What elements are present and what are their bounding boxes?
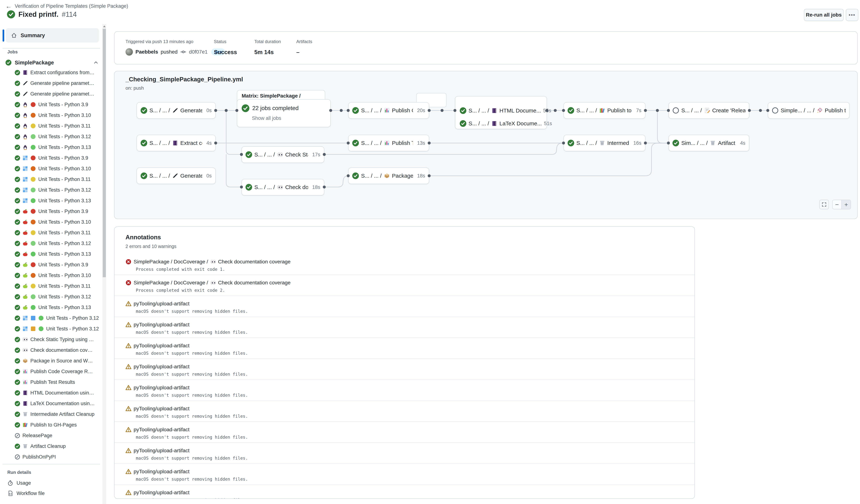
sidebar-job-item[interactable]: ReleasePage	[0, 430, 102, 441]
graph-node-package[interactable]: S... / ... /Package in Sou...18s	[348, 168, 429, 184]
check-icon	[460, 120, 467, 127]
sidebar-job-item[interactable]: Publish Test Results	[0, 377, 102, 388]
sidebar-job-item[interactable]: Unit Tests - Python 3.13	[0, 142, 102, 153]
sidebar-job-item[interactable]: Unit Tests - Python 3.11	[0, 174, 102, 185]
sidebar-job-item[interactable]: Unit Tests - Python 3.12	[0, 131, 102, 142]
sidebar-workflow-group[interactable]: SimplePackage	[5, 57, 100, 68]
sidebar-job-item[interactable]: Unit Tests - Python 3.11	[0, 227, 102, 238]
sidebar-job-item[interactable]: Unit Tests - Python 3.13	[0, 249, 102, 259]
job-label: Unit Tests - Python 3.12	[38, 187, 91, 193]
annotations-title: Annotations	[126, 234, 161, 241]
annotation-warning[interactable]: pyTooling/upload-artifactmacOS doesn't s…	[114, 443, 694, 463]
sidebar-job-item[interactable]: LaTeX Documentation using ...	[0, 398, 102, 409]
job-label: HTML Docume...	[500, 107, 541, 114]
eyes-icon	[23, 347, 28, 353]
check-icon	[141, 172, 147, 179]
job-label: Unit Tests - Python 3.11	[38, 230, 90, 235]
breadcrumb[interactable]: ← Verification of Pipeline Templates (Si…	[5, 3, 128, 9]
sidebar-job-item[interactable]: Extract configurations from p...	[0, 67, 102, 78]
sidebar-job-item[interactable]: Unit Tests - Python 3.9	[0, 259, 102, 270]
graph-node-pubcov[interactable]: S... / ... /Publish Code C...20s	[348, 102, 429, 119]
graph-node-intermediate[interactable]: S... / ... /Intermediate A...16s	[563, 135, 645, 151]
graph-node-extract[interactable]: S... / ... /Extract configur...4s	[137, 135, 216, 151]
chevron-up-icon[interactable]	[93, 60, 99, 65]
sidebar-job-item[interactable]: Unit Tests - Python 3.9	[0, 99, 102, 110]
sidebar-job-item[interactable]: Intermediate Artifact Cleanup	[0, 409, 102, 419]
annotation-warning[interactable]: pyTooling/upload-artifactmacOS doesn't s…	[114, 337, 694, 359]
sidebar-scrollbar[interactable]	[102, 24, 106, 504]
sidebar-job-item[interactable]: Unit Tests - Python 3.12	[0, 323, 102, 334]
graph-node-pypi[interactable]: Simple... / ... /Publish to PyPI	[768, 102, 850, 119]
fullscreen-icon	[822, 202, 827, 207]
job-path-prefix: S... / ... /	[254, 184, 275, 190]
sidebar-job-item[interactable]: Package in Source and Wheel...	[0, 356, 102, 366]
graph-node-release[interactable]: S... / ... /Create 'Release Pa...	[669, 102, 749, 119]
annotation-warning[interactable]: pyTooling/upload-artifactmacOS doesn't s…	[114, 296, 694, 317]
rerun-all-jobs-button[interactable]: Re-run all jobs	[804, 9, 844, 21]
sidebar-job-item[interactable]: Artifact Cleanup	[0, 441, 102, 451]
avatar[interactable]	[126, 48, 133, 56]
check-icon	[15, 102, 20, 107]
graph-node-pubtest[interactable]: S... / ... /Publish Test Re...13s	[348, 135, 429, 151]
fullscreen-button[interactable]	[819, 200, 829, 209]
sidebar-job-item[interactable]: Unit Tests - Python 3.12	[0, 185, 102, 195]
zoom-out-button[interactable]: −	[833, 200, 842, 209]
annotation-warning[interactable]: pyTooling/upload-artifactmacOS doesn't s…	[114, 485, 694, 499]
rocket-icon	[817, 107, 822, 113]
annotation-warning[interactable]: pyTooling/upload-artifactmacOS doesn't s…	[114, 421, 694, 443]
sidebar-job-item[interactable]: Unit Tests - Python 3.13	[0, 302, 102, 313]
sidebar-item-usage[interactable]: Usage	[0, 478, 110, 488]
actor-name[interactable]: Paebbels	[135, 49, 158, 55]
graph-node-latex[interactable]: S... / ... /LaTeX Docume...51s	[455, 117, 547, 130]
graph-node-static[interactable]: S... / ... /Check Static Ty...17s	[242, 146, 324, 163]
run-title-row: Fixed printf. #114	[7, 10, 77, 18]
annotation-warning[interactable]: pyTooling/upload-artifactmacOS doesn't s…	[114, 379, 694, 401]
annotation-warning[interactable]: pyTooling/upload-artifactmacOS doesn't s…	[114, 359, 694, 379]
sidebar-job-item[interactable]: Generate pipeline parameters	[0, 88, 102, 99]
scrollbar-thumb[interactable]	[103, 29, 106, 277]
graph-node-ghpages[interactable]: S... / ... /Publish to GH-P...7s	[563, 102, 645, 119]
sidebar-job-item[interactable]: Unit Tests - Python 3.10	[0, 217, 102, 227]
graph-node-gen2[interactable]: S... / ... /Generate pipelin...0s	[137, 168, 216, 184]
more-options-button[interactable]: •••	[846, 9, 858, 21]
sidebar-job-item[interactable]: Unit Tests - Python 3.10	[0, 110, 102, 120]
sidebar-job-item[interactable]: Unit Tests - Python 3.13	[0, 195, 102, 206]
commit-sha[interactable]: d0f07e1	[189, 49, 207, 55]
sidebar-job-item[interactable]: Publish to GH-Pages	[0, 419, 102, 430]
scroll-up-arrow-icon[interactable]	[103, 25, 106, 27]
ring-icon	[672, 107, 679, 114]
sidebar-job-item[interactable]: Check documentation covera...	[0, 345, 102, 356]
sidebar-job-item[interactable]: Publish Code Coverage Results	[0, 366, 102, 377]
sidebar-job-item[interactable]: Unit Tests - Python 3.10	[0, 270, 102, 281]
sidebar-job-item[interactable]: Unit Tests - Python 3.12	[0, 291, 102, 302]
breadcrumb-label[interactable]: Verification of Pipeline Templates (Simp…	[15, 3, 128, 9]
sidebar-job-item[interactable]: Unit Tests - Python 3.12	[0, 313, 102, 323]
graph-node-html[interactable]: S... / ... /HTML Docume...55s	[455, 104, 547, 117]
check-icon	[15, 444, 20, 449]
annotation-warning[interactable]: pyTooling/upload-artifactmacOS doesn't s…	[114, 463, 694, 485]
sidebar-job-item[interactable]: Unit Tests - Python 3.10	[0, 163, 102, 174]
sidebar-item-workflow-file[interactable]: Workflow file	[0, 488, 110, 499]
annotation-error[interactable]: SimplePackage / DocCoverage /Check docum…	[114, 254, 694, 275]
sidebar-job-item[interactable]: Check Static Typing using Pyt...	[0, 334, 102, 345]
sidebar-job-item[interactable]: HTML Documentation using ...	[0, 388, 102, 398]
sidebar-job-item[interactable]: Generate pipeline parameters	[0, 78, 102, 88]
annotation-warning[interactable]: pyTooling/upload-artifactmacOS doesn't s…	[114, 317, 694, 337]
sidebar-job-item[interactable]: Unit Tests - Python 3.12	[0, 238, 102, 249]
sidebar-job-item[interactable]: Unit Tests - Python 3.9	[0, 153, 102, 163]
show-all-jobs-link[interactable]: Show all jobs	[252, 115, 281, 121]
matrix-group-node[interactable]: 22 jobs completed Show all jobs	[237, 99, 331, 127]
annotation-error[interactable]: SimplePackage / DocCoverage /Check docum…	[114, 275, 694, 296]
sidebar-job-item[interactable]: Unit Tests - Python 3.11	[0, 120, 102, 131]
zoom-in-button[interactable]: +	[842, 200, 850, 209]
sidebar-job-item[interactable]: PublishOnPyPI	[0, 451, 102, 462]
graph-node-artifact[interactable]: Sim... / ... /Artifact Cleanup4s	[669, 135, 749, 151]
graph-node-doccov[interactable]: S... / ... /Check docume...18s	[242, 179, 324, 196]
graph-node-gen1[interactable]: S... / ... /Generate pipelin...0s	[137, 102, 216, 119]
status-label: Status	[214, 39, 237, 44]
back-arrow-icon[interactable]: ←	[5, 3, 12, 9]
annotation-warning[interactable]: pyTooling/upload-artifactmacOS doesn't s…	[114, 401, 694, 421]
sidebar-job-item[interactable]: Unit Tests - Python 3.9	[0, 206, 102, 217]
sidebar-job-item[interactable]: Unit Tests - Python 3.11	[0, 281, 102, 291]
sidebar-item-summary[interactable]: Summary	[6, 28, 99, 43]
